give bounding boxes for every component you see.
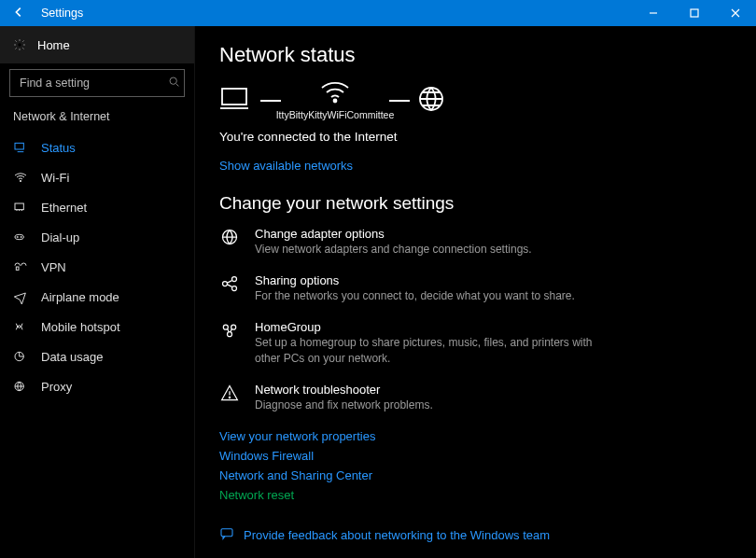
network-reset-link[interactable]: Network reset: [219, 488, 737, 502]
setting-desc: View network adapters and change connect…: [255, 242, 621, 257]
proxy-icon: [13, 379, 28, 394]
data-usage-icon: [13, 349, 28, 364]
sidebar-item-proxy[interactable]: Proxy: [0, 371, 194, 401]
globe-icon: [417, 85, 445, 116]
maximize-button[interactable]: [674, 0, 715, 26]
dialup-icon: [13, 230, 28, 244]
sidebar-item-vpn[interactable]: VPN: [0, 252, 194, 282]
sidebar-item-status[interactable]: Status: [0, 133, 194, 162]
connector-line: [260, 100, 281, 102]
svg-point-19: [232, 286, 237, 291]
warning-icon: [219, 383, 240, 412]
svg-point-14: [334, 100, 337, 103]
content-pane: Network status IttyBittyKittyWiFiCommitt…: [195, 26, 756, 558]
svg-rect-3: [15, 143, 23, 149]
back-button[interactable]: [7, 6, 30, 21]
setting-adapter-options[interactable]: Change adapter options View network adap…: [219, 227, 621, 257]
minimize-button[interactable]: [633, 0, 674, 26]
setting-sharing-options[interactable]: Sharing options For the networks you con…: [219, 273, 621, 303]
setting-title: HomeGroup: [255, 320, 621, 334]
wifi-ssid: IttyBittyKittyWiFiCommittee: [276, 109, 395, 120]
svg-point-17: [223, 282, 228, 286]
sidebar-item-label: Airplane mode: [41, 290, 119, 304]
show-networks-link[interactable]: Show available networks: [219, 159, 737, 173]
sidebar-item-hotspot[interactable]: Mobile hotspot: [0, 312, 194, 342]
computer-icon: [219, 85, 253, 116]
search-input[interactable]: [18, 76, 168, 91]
sidebar-item-label: Dial-up: [41, 230, 79, 244]
sharing-center-link[interactable]: Network and Sharing Center: [219, 468, 737, 482]
wifi-large-icon: [319, 80, 351, 107]
sidebar-item-label: Mobile hotspot: [41, 320, 120, 334]
svg-point-8: [21, 236, 21, 237]
homegroup-icon: [219, 320, 240, 365]
window-title: Settings: [41, 7, 83, 20]
status-icon: [13, 140, 28, 155]
sidebar-item-label: Status: [41, 141, 76, 155]
sidebar-item-label: Ethernet: [41, 201, 87, 215]
sharing-icon: [219, 273, 240, 303]
svg-point-18: [232, 277, 237, 282]
sidebar-item-label: Data usage: [41, 350, 104, 364]
feedback-icon: [219, 526, 234, 544]
svg-rect-0: [691, 9, 698, 17]
setting-title: Sharing options: [255, 273, 621, 287]
sidebar-item-datausage[interactable]: Data usage: [0, 342, 194, 371]
home-button[interactable]: Home: [0, 26, 194, 63]
setting-desc: Set up a homegroup to share pictures, mu…: [255, 335, 621, 365]
setting-homegroup[interactable]: HomeGroup Set up a homegroup to share pi…: [219, 320, 621, 365]
setting-desc: Diagnose and fix network problems.: [255, 398, 621, 412]
svg-point-23: [229, 397, 230, 398]
sidebar: Home Network & Internet Status Wi-Fi Eth…: [0, 26, 195, 558]
search-icon: [168, 76, 180, 91]
sidebar-item-wifi[interactable]: Wi-Fi: [0, 162, 194, 192]
firewall-link[interactable]: Windows Firewall: [219, 449, 737, 463]
connection-status: You're connected to the Internet: [219, 130, 737, 144]
svg-point-2: [170, 77, 176, 84]
sidebar-item-ethernet[interactable]: Ethernet: [0, 192, 194, 222]
wifi-icon: [13, 170, 28, 185]
svg-rect-24: [221, 529, 232, 537]
setting-desc: For the networks you connect to, decide …: [255, 288, 621, 303]
page-title: Network status: [219, 43, 737, 67]
feedback-label: Provide feedback about networking to the…: [244, 528, 550, 542]
close-button[interactable]: [715, 0, 756, 26]
category-label: Network & Internet: [0, 106, 194, 133]
feedback-link[interactable]: Provide feedback about networking to the…: [219, 526, 737, 544]
svg-point-10: [18, 326, 21, 328]
svg-point-4: [20, 180, 21, 181]
hotspot-icon: [13, 319, 28, 334]
sidebar-item-airplane[interactable]: Airplane mode: [0, 282, 194, 312]
svg-point-22: [228, 332, 232, 337]
setting-troubleshooter[interactable]: Network troubleshooter Diagnose and fix …: [219, 383, 621, 412]
titlebar: Settings: [0, 0, 756, 26]
section-heading: Change your network settings: [219, 193, 737, 214]
view-properties-link[interactable]: View your network properties: [219, 429, 737, 443]
sidebar-item-label: Wi-Fi: [41, 171, 69, 185]
sidebar-item-label: Proxy: [41, 380, 72, 394]
home-label: Home: [37, 38, 70, 52]
svg-point-7: [17, 236, 18, 237]
airplane-icon: [13, 289, 28, 304]
sidebar-item-dialup[interactable]: Dial-up: [0, 222, 194, 252]
setting-title: Change adapter options: [255, 227, 621, 241]
setting-title: Network troubleshooter: [255, 383, 621, 397]
gear-icon: [13, 38, 26, 51]
network-diagram: IttyBittyKittyWiFiCommittee: [219, 80, 737, 120]
svg-rect-5: [15, 203, 23, 210]
svg-point-6: [15, 234, 23, 239]
adapter-icon: [219, 227, 240, 257]
ethernet-icon: [13, 200, 28, 215]
svg-rect-9: [16, 267, 19, 270]
vpn-icon: [13, 259, 28, 274]
svg-rect-13: [222, 89, 246, 105]
sidebar-item-label: VPN: [41, 260, 66, 274]
connector-line: [389, 100, 410, 102]
search-box[interactable]: [9, 69, 185, 97]
svg-point-1: [18, 43, 21, 47]
